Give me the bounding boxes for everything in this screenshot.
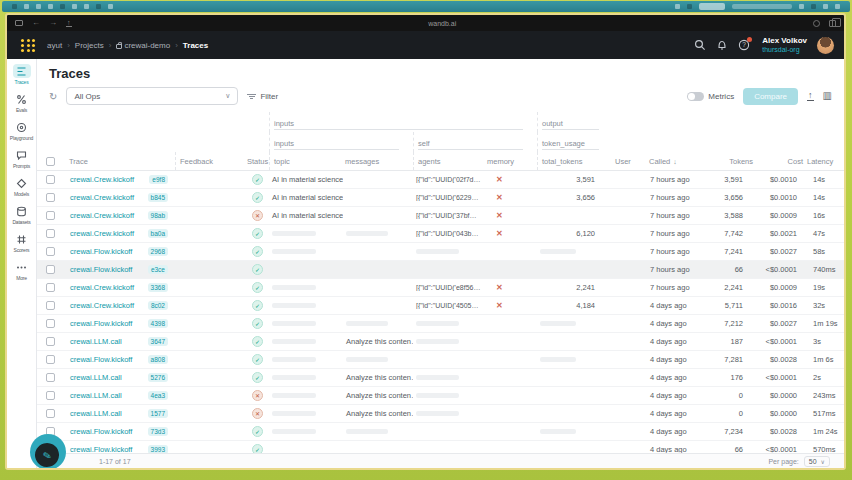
column-header-agents[interactable]: agents	[413, 152, 485, 170]
metrics-toggle[interactable]: Metrics	[687, 92, 734, 101]
refresh-icon[interactable]: ↻	[49, 91, 57, 102]
table-row[interactable]: crewai.Crew.kickoff8c02✓[{"id":"UUID('45…	[37, 297, 844, 315]
trace-link[interactable]: crewai.Crew.kickoff	[70, 229, 134, 238]
sidebar-item-more[interactable]: More	[8, 260, 36, 281]
trace-link[interactable]: crewai.Crew.kickoff	[70, 283, 134, 292]
row-checkbox[interactable]	[46, 193, 55, 202]
column-header-total_tokens[interactable]: total_tokens	[537, 152, 613, 170]
compare-button[interactable]: Compare	[743, 88, 798, 105]
table-row[interactable]: crewai.Crew.kickoff3368✓[{"id":"UUID('e8…	[37, 279, 844, 297]
column-header-memory[interactable]: memory	[485, 157, 537, 166]
breadcrumb-projects[interactable]: Projects	[75, 41, 104, 50]
trace-link[interactable]: crewai.Flow.kickoff	[70, 319, 132, 328]
row-checkbox[interactable]	[46, 301, 55, 310]
sidebar-item-playground[interactable]: Playground	[8, 120, 36, 141]
table-row[interactable]: crewai.Flow.kickoffa808✓4 days ago7,281$…	[37, 351, 844, 369]
trace-link[interactable]: crewai.LLM.call	[70, 337, 122, 346]
trace-link[interactable]: crewai.Crew.kickoff	[70, 193, 134, 202]
row-checkbox[interactable]	[46, 175, 55, 184]
back-icon[interactable]: ←	[32, 19, 40, 27]
trace-link[interactable]: crewai.Flow.kickoff	[70, 247, 132, 256]
row-checkbox[interactable]	[46, 319, 55, 328]
column-header-called[interactable]: Called↓	[647, 157, 699, 166]
trace-link[interactable]: crewai.Crew.kickoff	[70, 301, 134, 310]
row-checkbox[interactable]	[46, 211, 55, 220]
trace-link[interactable]: crewai.Flow.kickoff	[70, 445, 132, 453]
bell-icon[interactable]	[716, 39, 728, 51]
filter-button[interactable]: Filter	[247, 92, 278, 101]
row-checkbox[interactable]	[46, 265, 55, 274]
sidebar-item-evals[interactable]: Evals	[8, 92, 36, 113]
trace-link[interactable]: crewai.LLM.call	[70, 391, 122, 400]
profile-icon[interactable]	[813, 20, 820, 27]
column-header-trace[interactable]: Trace	[67, 157, 175, 166]
table-row[interactable]: crewai.LLM.call1577✕Analyze this conten……	[37, 405, 844, 423]
cost-cell: $0.0000	[755, 409, 805, 418]
trace-link[interactable]: crewai.Crew.kickoff	[70, 175, 134, 184]
table-row[interactable]: crewai.Flow.kickoff4398✓4 days ago7,212$…	[37, 315, 844, 333]
row-checkbox[interactable]	[46, 355, 55, 364]
status-cell: ✕	[245, 390, 269, 401]
sidebar-item-traces[interactable]: Traces	[8, 64, 36, 85]
column-header-tokens[interactable]: Tokens	[699, 157, 755, 166]
columns-icon[interactable]: ▥	[823, 91, 832, 101]
table-row[interactable]: crewai.Flow.kickoff73d3✓4 days ago7,234$…	[37, 423, 844, 441]
column-header-topic[interactable]: topic	[269, 152, 343, 170]
sidebar-item-models[interactable]: Models	[8, 176, 36, 197]
sidebar-item-prompts[interactable]: Prompts	[8, 148, 36, 169]
per-page-select[interactable]: 50 ∨	[804, 456, 830, 467]
models-icon	[13, 176, 31, 190]
trace-link[interactable]: crewai.Crew.kickoff	[70, 211, 134, 220]
column-header-feedback[interactable]: Feedback	[175, 152, 245, 170]
trace-cell: crewai.Flow.kickoffe3ce	[67, 265, 175, 274]
row-checkbox[interactable]	[46, 283, 55, 292]
export-icon[interactable]: ↑	[807, 91, 814, 101]
trace-link[interactable]: crewai.Flow.kickoff	[70, 265, 132, 274]
ops-selected-value: All Ops	[74, 92, 100, 101]
prompts-icon	[13, 148, 31, 162]
table-row[interactable]: crewai.Crew.kickoffb845✓AI in material s…	[37, 189, 844, 207]
user-avatar[interactable]	[817, 37, 834, 54]
table-row[interactable]: crewai.LLM.call3647✓Analyze this conten……	[37, 333, 844, 351]
trace-link[interactable]: crewai.Flow.kickoff	[70, 427, 132, 436]
breadcrumb-project[interactable]: crewai-demo	[116, 41, 170, 50]
trace-link[interactable]: crewai.LLM.call	[70, 373, 122, 382]
ops-selector[interactable]: All Ops ∨	[66, 87, 238, 105]
memory-cell: ✕	[485, 283, 537, 292]
table-row[interactable]: crewai.Flow.kickoffe3ce✓7 hours ago66<$0…	[37, 261, 844, 279]
row-checkbox[interactable]	[46, 373, 55, 382]
row-checkbox[interactable]	[46, 409, 55, 418]
help-icon[interactable]: ?	[738, 39, 750, 51]
wandb-logo[interactable]	[21, 39, 35, 52]
column-header-cost[interactable]: Cost	[755, 157, 805, 166]
select-all-checkbox[interactable]	[46, 157, 55, 166]
column-header-user[interactable]: User	[613, 157, 647, 166]
table-row[interactable]: crewai.Crew.kickoffba0a✓[{"id":"UUID('04…	[37, 225, 844, 243]
user-menu[interactable]: Alex Volkov thursdai-org	[762, 37, 807, 53]
column-header-status[interactable]: Status	[245, 157, 269, 166]
trace-link[interactable]: crewai.LLM.call	[70, 409, 122, 418]
tabs-icon[interactable]	[829, 20, 836, 27]
table-row[interactable]: crewai.Flow.kickoff2968✓7 hours ago7,241…	[37, 243, 844, 261]
sidebar-item-scorers[interactable]: Scorers	[8, 232, 36, 253]
row-checkbox[interactable]	[46, 337, 55, 346]
breadcrumb-page[interactable]: Traces	[183, 41, 208, 50]
sidebar-item-datasets[interactable]: Datasets	[8, 204, 36, 225]
table-row[interactable]: crewai.Flow.kickoff3993✓4 days ago66<$0.…	[37, 441, 844, 453]
sidebar-toggle-icon[interactable]	[15, 20, 23, 26]
row-checkbox[interactable]	[46, 247, 55, 256]
breadcrumb-user[interactable]: ayut	[47, 41, 62, 50]
search-icon[interactable]	[694, 39, 706, 51]
table-row[interactable]: crewai.Crew.kickoff98ab✕AI in material s…	[37, 207, 844, 225]
column-header-messages[interactable]: messages	[343, 157, 413, 166]
column-header-latency[interactable]: Latency	[805, 157, 844, 166]
row-checkbox[interactable]	[46, 229, 55, 238]
status-success-icon: ✓	[252, 192, 263, 203]
forward-icon[interactable]: →	[49, 19, 57, 27]
table-row[interactable]: crewai.LLM.call5276✓Analyze this conten……	[37, 369, 844, 387]
share-icon[interactable]: ↑	[66, 19, 72, 27]
trace-link[interactable]: crewai.Flow.kickoff	[70, 355, 132, 364]
table-row[interactable]: crewai.LLM.call4ea3✕Analyze this conten……	[37, 387, 844, 405]
row-checkbox[interactable]	[46, 391, 55, 400]
table-row[interactable]: crewai.Crew.kickoffe9f8✓AI in material s…	[37, 171, 844, 189]
